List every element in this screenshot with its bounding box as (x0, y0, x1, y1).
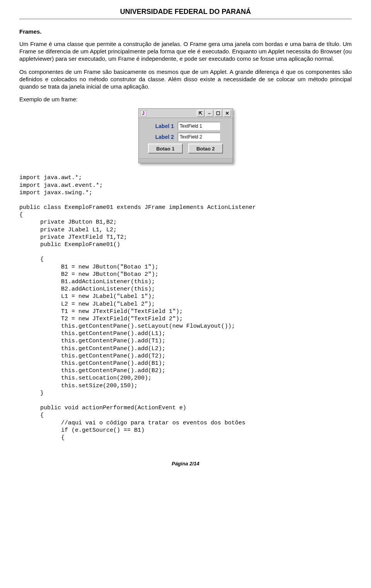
botao-1-button[interactable]: Botao 1 (148, 144, 183, 154)
botao-2-button[interactable]: Botao 2 (188, 144, 223, 154)
close-button[interactable]: ✕ (223, 110, 231, 117)
frame-screenshot: J ⇱ – ☐ ✕ Label 1 Label 2 Botao 1 Botao … (19, 108, 352, 163)
maximize-button[interactable]: ☐ (214, 110, 222, 117)
textfield-2[interactable] (178, 133, 220, 141)
button-row: Botao 1 Botao 2 (143, 144, 229, 154)
label-1: Label 1 (151, 123, 174, 129)
paragraph-2: Os componentes de um Frame são basicamen… (19, 68, 352, 91)
java-frame-window: J ⇱ – ☐ ✕ Label 1 Label 2 Botao 1 Botao … (138, 108, 233, 163)
paragraph-3: Exemplo de um frame: (19, 96, 352, 103)
row-1: Label 1 (143, 122, 229, 130)
section-title: Frames. (19, 28, 352, 35)
textfield-1[interactable] (178, 122, 220, 130)
statusbar (139, 158, 233, 163)
page-footer: Página 2/14 (19, 461, 352, 467)
label-2: Label 2 (151, 134, 174, 140)
paragraph-1: Um Frame é uma classe que permite a cons… (19, 40, 352, 63)
titlebar: J ⇱ – ☐ ✕ (139, 109, 233, 118)
row-2: Label 2 (143, 133, 229, 141)
page-header-title: UNIVERSIDADE FEDERAL DO PARANÁ (19, 8, 352, 16)
pin-button[interactable]: ⇱ (197, 110, 204, 117)
header-divider (19, 18, 352, 20)
code-block: import java.awt.*; import java.awt.event… (19, 174, 352, 441)
java-cup-icon: J (140, 110, 146, 116)
minimize-button[interactable]: – (206, 110, 213, 117)
frame-body: Label 1 Label 2 Botao 1 Botao 2 (139, 118, 233, 158)
